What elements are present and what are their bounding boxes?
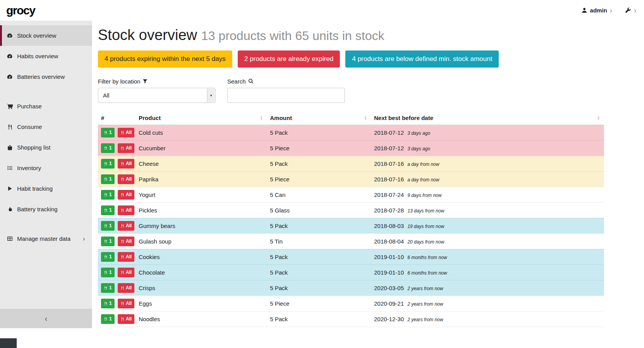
expiring-products-alert[interactable]: 4 products expiring within the next 5 da… (98, 50, 232, 68)
product-name: Cookies (136, 249, 267, 264)
utensils-icon (104, 286, 108, 290)
expired-products-alert[interactable]: 2 products are already expired (238, 50, 340, 68)
product-amount: 5 Pack (267, 218, 371, 233)
consume-all-button[interactable]: All (118, 221, 134, 231)
consume-all-button[interactable]: All (118, 268, 134, 277)
consume-all-button[interactable]: All (118, 174, 134, 184)
consume-one-button[interactable]: 1 (101, 205, 115, 215)
best-before-cell: 2018-07-28 13 days from now (371, 202, 604, 218)
column-header-best-before[interactable]: Next best before date (371, 112, 604, 125)
product-amount: 5 Pack (267, 311, 371, 327)
app-logo[interactable]: grocy (6, 4, 35, 17)
consume-one-button[interactable]: 1 (101, 252, 115, 262)
utensils-icon (104, 239, 108, 244)
consume-one-button[interactable]: 1 (101, 237, 115, 246)
consume-one-label: 1 (109, 223, 112, 228)
sidebar-item-battery-tracking[interactable]: Battery tracking (0, 199, 92, 219)
status-alerts: 4 products expiring within the next 5 da… (98, 50, 644, 68)
sidebar-collapse-button[interactable]: ‹ (0, 309, 92, 328)
consume-all-button[interactable]: All (118, 205, 134, 215)
utensils-icon (104, 177, 108, 181)
consume-all-button[interactable]: All (118, 252, 134, 262)
chevron-right-icon: › (610, 7, 612, 14)
consume-one-button[interactable]: 1 (101, 314, 115, 324)
consume-one-label: 1 (109, 145, 112, 151)
table-row: 1 All Eggs 5 Piece 2020-09-21 2 ye (98, 296, 604, 311)
consume-all-button[interactable]: All (118, 190, 134, 200)
consume-all-label: All (126, 238, 132, 244)
sidebar-item-shopping-list[interactable]: Shopping list (0, 137, 92, 158)
sidebar-item-inventory[interactable]: Inventory (0, 158, 92, 178)
consume-all-button[interactable]: All (118, 237, 134, 246)
sidebar-item-stock-overview[interactable]: Stock overview (0, 25, 92, 46)
sidebar-item-label: Stock overview (17, 32, 56, 39)
consume-one-button[interactable]: 1 (101, 283, 115, 293)
consume-one-button[interactable]: 1 (101, 128, 115, 137)
consume-one-label: 1 (109, 254, 112, 259)
consume-all-button[interactable]: All (118, 314, 134, 324)
column-header-amount[interactable]: Amount (267, 112, 371, 125)
best-before-cell: 2020-09-21 2 years from now (371, 296, 604, 311)
product-amount: 5 Pack (267, 280, 371, 296)
consume-one-button[interactable]: 1 (101, 143, 115, 153)
below-min-stock-alert[interactable]: 4 products are below defined min. stock … (345, 50, 499, 68)
settings-menu[interactable]: › (625, 7, 636, 14)
table-row: 1 All Noodles 5 Pack 2020-12-30 2 (98, 311, 604, 327)
consume-one-button[interactable]: 1 (101, 159, 115, 169)
location-select[interactable]: All ▾ (98, 88, 216, 103)
timeago-text: 13 days from now (407, 208, 444, 214)
table-row: 1 All Gulash soup 5 Tin 2018-08-04 (98, 233, 604, 249)
product-name: Crisps (136, 280, 267, 296)
product-name: Cucumber (136, 140, 267, 156)
product-amount: 5 Can (267, 187, 371, 202)
timeago-text: 2 years from now (407, 317, 443, 322)
sort-icon (363, 115, 368, 120)
consume-one-button[interactable]: 1 (101, 268, 115, 277)
utensils-icon (120, 255, 124, 259)
product-amount: 5 Glass (267, 202, 371, 218)
user-menu[interactable]: admin › (581, 7, 612, 14)
sidebar-item-habits-overview[interactable]: Habits overview (0, 46, 92, 66)
utensils-icon (120, 177, 124, 181)
consume-one-label: 1 (109, 270, 112, 275)
sidebar-item-batteries-overview[interactable]: Batteries overview (0, 66, 92, 87)
table-row: 1 All Paprika 5 Piece 2018-07-16 a (98, 171, 604, 187)
consume-all-button[interactable]: All (118, 143, 134, 153)
consume-all-button[interactable]: All (118, 159, 134, 169)
consume-one-button[interactable]: 1 (101, 174, 115, 184)
sidebar-item-purchase[interactable]: Purchase (0, 96, 92, 117)
best-before-cell: 2018-07-24 9 days from now (371, 187, 604, 202)
main-content: Stock overview 13 products with 65 units… (92, 21, 644, 348)
best-before-cell: 2020-03-05 2 years from now (371, 280, 604, 296)
sidebar-item-label: Batteries overview (17, 73, 65, 80)
best-before-date: 2018-07-28 (374, 207, 404, 214)
product-name: Noodles (136, 311, 267, 327)
row-actions: 1 All (98, 311, 136, 327)
consume-all-button[interactable]: All (118, 299, 134, 308)
column-header-amount-label: Amount (270, 115, 292, 121)
consume-one-button[interactable]: 1 (101, 190, 115, 200)
sidebar-item-habit-tracking[interactable]: Habit tracking (0, 178, 92, 199)
consume-one-button[interactable]: 1 (101, 221, 115, 231)
sidebar-item-manage-master-data[interactable]: Manage master data › (0, 228, 92, 249)
consume-all-label: All (126, 223, 132, 228)
gauge-icon (6, 33, 14, 39)
sidebar-item-label: Shopping list (17, 144, 50, 151)
topbar-right: admin › › (581, 7, 636, 14)
consume-one-label: 1 (109, 176, 112, 182)
timeago-text: 9 days from now (407, 193, 442, 198)
consume-one-button[interactable]: 1 (101, 299, 115, 308)
best-before-date: 2018-07-16 (374, 176, 404, 183)
best-before-cell: 2018-08-03 19 days from now (371, 218, 604, 233)
sidebar-item-consume[interactable]: Consume (0, 117, 92, 137)
table-row: 1 All Cheese 5 Pack 2018-07-16 a d (98, 156, 604, 171)
search-input[interactable] (227, 88, 345, 103)
row-actions: 1 All (98, 202, 136, 218)
sidebar: Stock overview Habits overview Batteries… (0, 21, 92, 328)
filter-row: Filter by location All ▾ Search (98, 78, 644, 103)
consume-all-button[interactable]: All (118, 128, 134, 137)
consume-all-button[interactable]: All (118, 283, 134, 293)
column-header-product[interactable]: Product (136, 112, 267, 125)
timeago-text: 19 days from now (407, 224, 444, 229)
best-before-date: 2018-08-03 (374, 223, 404, 229)
